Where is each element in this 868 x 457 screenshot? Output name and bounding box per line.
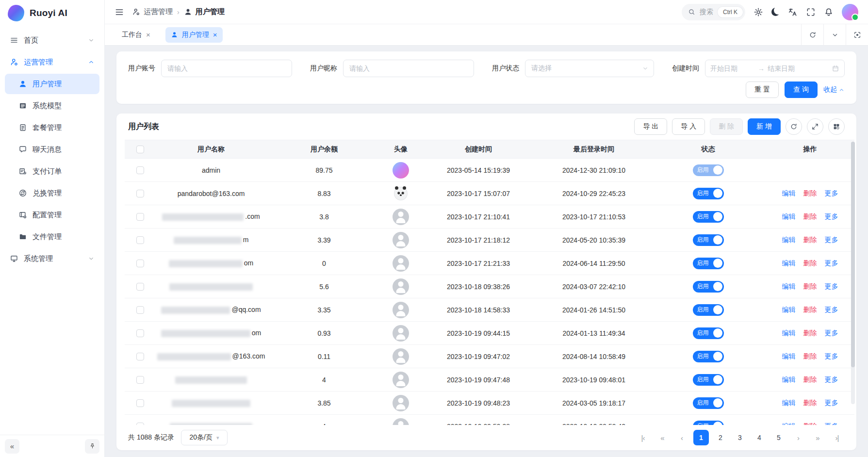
user-status-select[interactable]: 请选择 — [525, 60, 654, 77]
pagination-last-button[interactable]: ›| — [829, 430, 845, 445]
more-link[interactable]: 更多 — [825, 329, 838, 338]
delete-link[interactable]: 删除 — [803, 189, 817, 198]
status-toggle[interactable]: 启用 — [693, 421, 724, 425]
more-link[interactable]: 更多 — [825, 375, 838, 384]
edit-link[interactable]: 编辑 — [782, 329, 796, 338]
status-toggle[interactable]: 启用 — [693, 327, 724, 339]
more-link[interactable]: 更多 — [825, 236, 838, 245]
sidebar-item-file[interactable]: 文件管理 — [5, 227, 99, 247]
pagination-page-1[interactable]: 1 — [693, 430, 709, 445]
sidebar-pin-button[interactable] — [85, 439, 99, 454]
row-checkbox[interactable] — [136, 190, 144, 197]
sidebar-item-model[interactable]: 系统模型 — [5, 96, 99, 116]
sidebar-item-user-mgmt[interactable]: 用户管理 — [5, 74, 99, 94]
more-link[interactable]: 更多 — [825, 399, 838, 408]
breadcrumb-item[interactable]: 用户管理 — [184, 7, 225, 16]
status-toggle[interactable]: 启用 — [693, 188, 724, 199]
status-toggle[interactable]: 启用 — [693, 351, 724, 362]
close-icon[interactable]: × — [213, 31, 217, 38]
sidebar-item-exchange[interactable]: 兑换管理 — [5, 183, 99, 203]
row-checkbox[interactable] — [136, 166, 144, 174]
page-size-select[interactable]: 20条/页 ▾ — [181, 430, 228, 445]
status-toggle[interactable]: 启用 — [693, 234, 724, 246]
settings-gear-icon[interactable] — [753, 7, 763, 17]
sidebar-item-system[interactable]: 系统管理 — [5, 248, 99, 269]
delete-link[interactable]: 删除 — [803, 259, 817, 268]
start-date-input[interactable] — [710, 65, 755, 72]
hamburger-menu-icon[interactable] — [115, 7, 124, 17]
user-account-input[interactable] — [161, 60, 292, 77]
more-link[interactable]: 更多 — [825, 259, 838, 268]
end-date-input[interactable] — [768, 65, 812, 72]
edit-link[interactable]: 编辑 — [782, 375, 796, 384]
row-checkbox[interactable] — [136, 399, 144, 407]
delete-link[interactable]: 删除 — [803, 422, 817, 425]
pagination-page-2[interactable]: 2 — [713, 430, 728, 445]
edit-link[interactable]: 编辑 — [782, 212, 796, 221]
sidebar-item-home[interactable]: 首页 — [5, 30, 99, 50]
row-checkbox[interactable] — [136, 306, 144, 314]
column-settings-button[interactable] — [828, 118, 845, 135]
edit-link[interactable]: 编辑 — [782, 352, 796, 361]
sidebar-item-order[interactable]: 支付订单 — [5, 161, 99, 181]
tab-workbench[interactable]: 工作台× — [116, 27, 156, 43]
edit-link[interactable]: 编辑 — [782, 422, 796, 425]
reset-button[interactable]: 重 置 — [746, 82, 779, 98]
notifications-bell-icon[interactable] — [824, 7, 834, 17]
more-link[interactable]: 更多 — [825, 282, 838, 291]
close-icon[interactable]: × — [146, 31, 150, 38]
more-link[interactable]: 更多 — [825, 189, 838, 198]
row-checkbox[interactable] — [136, 423, 144, 425]
delete-link[interactable]: 删除 — [803, 306, 817, 314]
pagination-prev-jump-button[interactable]: « — [655, 430, 670, 445]
import-button[interactable]: 导 入 — [672, 118, 705, 135]
pagination-page-3[interactable]: 3 — [732, 430, 748, 445]
pagination-first-button[interactable]: |‹ — [635, 430, 651, 445]
sidebar-item-operation[interactable]: 运营管理 — [5, 52, 99, 72]
tab-user-mgmt[interactable]: 用户管理× — [165, 27, 223, 43]
pagination-next-jump-button[interactable]: » — [810, 430, 825, 445]
more-link[interactable]: 更多 — [825, 352, 838, 361]
tab-fullscreen-button[interactable] — [846, 24, 868, 46]
sidebar-item-config[interactable]: 配置管理 — [5, 205, 99, 225]
global-search[interactable]: 搜索 Ctrl K — [682, 4, 745, 20]
app-logo[interactable]: Ruoyi AI — [0, 0, 104, 26]
select-all-checkbox[interactable] — [136, 146, 144, 153]
delete-link[interactable]: 删除 — [803, 236, 817, 245]
search-button[interactable]: 查 询 — [785, 82, 818, 98]
sidebar-item-package[interactable]: 套餐管理 — [5, 117, 99, 138]
edit-link[interactable]: 编辑 — [782, 189, 796, 198]
status-toggle[interactable]: 启用 — [693, 374, 724, 386]
fullscreen-icon[interactable] — [806, 7, 816, 17]
status-toggle[interactable]: 启用 — [693, 258, 724, 269]
dark-mode-moon-icon[interactable] — [771, 8, 780, 16]
status-toggle[interactable]: 启用 — [693, 211, 724, 223]
row-checkbox[interactable] — [136, 283, 144, 291]
pagination-next-button[interactable]: › — [790, 430, 806, 445]
pagination-prev-button[interactable]: ‹ — [674, 430, 689, 445]
delete-link[interactable]: 删除 — [803, 399, 817, 408]
create-time-range[interactable]: → — [705, 60, 845, 77]
collapse-filter-link[interactable]: 收起 — [823, 85, 845, 94]
sidebar-collapse-button[interactable]: « — [5, 439, 19, 454]
sidebar-item-chat[interactable]: 聊天消息 — [5, 139, 99, 160]
status-toggle[interactable]: 启用 — [693, 164, 724, 176]
delete-link[interactable]: 删除 — [803, 282, 817, 291]
export-button[interactable]: 导 出 — [634, 118, 667, 135]
pagination-page-4[interactable]: 4 — [752, 430, 767, 445]
user-avatar[interactable] — [842, 4, 858, 20]
table-scrollbar[interactable] — [851, 142, 855, 404]
delete-link[interactable]: 删除 — [803, 352, 817, 361]
status-toggle[interactable]: 启用 — [693, 397, 724, 409]
delete-link[interactable]: 删除 — [803, 212, 817, 221]
delete-button[interactable]: 删 除 — [710, 118, 743, 135]
row-checkbox[interactable] — [136, 353, 144, 360]
status-toggle[interactable]: 启用 — [693, 281, 724, 293]
row-checkbox[interactable] — [136, 260, 144, 267]
edit-link[interactable]: 编辑 — [782, 282, 796, 291]
edit-link[interactable]: 编辑 — [782, 259, 796, 268]
tab-refresh-button[interactable] — [801, 24, 823, 46]
edit-link[interactable]: 编辑 — [782, 399, 796, 408]
scrollbar-thumb[interactable] — [851, 142, 855, 367]
more-link[interactable]: 更多 — [825, 306, 838, 314]
